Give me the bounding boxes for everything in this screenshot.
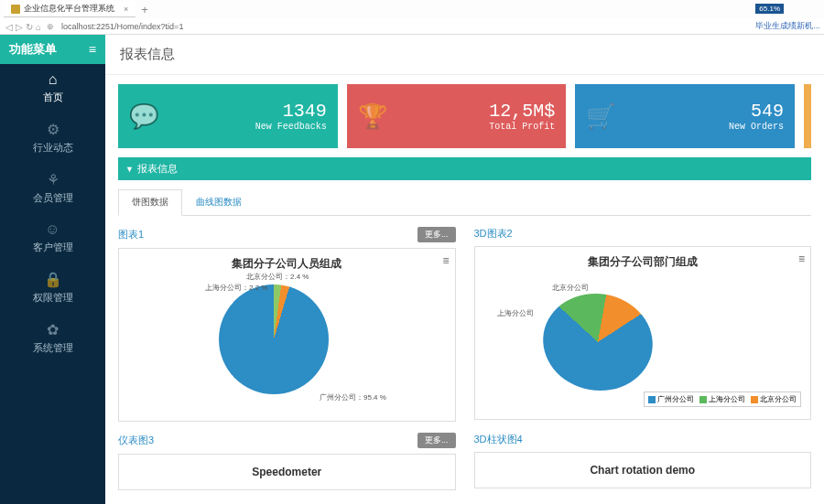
stat-label: New Feedbacks: [169, 122, 327, 132]
zoom-badge[interactable]: 65.1%: [755, 4, 784, 14]
pie-chart-2: 北京分公司 上海分公司 广州分公司 上海分公司 北京分公司: [479, 273, 808, 411]
pie-label: 上海分公司: [497, 308, 534, 318]
sidebar-header: 功能菜单 ≡: [0, 35, 105, 64]
chart-box-title: Speedometer: [252, 466, 321, 478]
stat-card-feedbacks[interactable]: 💬 1349 New Feedbacks: [118, 84, 338, 148]
chart-title-3: 仪表图3: [118, 434, 154, 447]
lock-icon: 🔒: [0, 271, 105, 288]
panel-header[interactable]: ▼ 报表信息: [118, 157, 811, 180]
sidebar-item-label: 客户管理: [33, 241, 73, 252]
chart-box-4: Chart rotation demo: [474, 452, 812, 488]
gear-icon: ✿: [0, 321, 105, 338]
pie-label: 广州分公司：95.4 %: [320, 392, 386, 403]
sidebar-item-label: 系统管理: [33, 342, 73, 353]
favicon-icon: [11, 5, 20, 14]
new-tab-button[interactable]: +: [141, 3, 148, 16]
home-button[interactable]: ⌂: [36, 22, 41, 32]
sidebar-item-system[interactable]: ✿ 系统管理: [0, 314, 105, 364]
chart-box-1: 集团分子公司人员组成 ≡ 北京分公司：2.4 % 上海分公司：2.2 % 广州分…: [118, 248, 456, 422]
browser-tab[interactable]: 企业信息化平台管理系统 ×: [4, 1, 136, 17]
sidebar-item-label: 权限管理: [33, 292, 73, 303]
chart-box-title: 集团分子公司部门组成: [479, 254, 808, 270]
tab-close-icon[interactable]: ×: [124, 5, 128, 14]
pie-label: 上海分公司：2.2 %: [205, 283, 267, 294]
chart-menu-icon[interactable]: ≡: [442, 254, 449, 267]
sidebar-item-label: 会员管理: [33, 192, 73, 203]
sidebar-item-member[interactable]: ⚘ 会员管理: [0, 164, 105, 214]
comments-icon: 💬: [129, 102, 158, 131]
page-title: 报表信息: [105, 35, 824, 75]
stat-value: 1349: [169, 101, 327, 122]
tab-pie[interactable]: 饼图数据: [118, 189, 182, 216]
main-content: 报表信息 💬 1349 New Feedbacks 🏆 12,5M$ Total…: [105, 35, 824, 504]
chart-box-title: Chart rotation demo: [590, 464, 695, 477]
tab-line[interactable]: 曲线图数据: [182, 189, 255, 215]
pie-label: 北京分公司: [552, 283, 589, 293]
address-bar[interactable]: localhost:2251/Home/index?tid=1: [61, 22, 819, 31]
chart-title-4: 3D柱状图4: [474, 433, 523, 446]
chart-title-1: 图表1: [118, 228, 144, 241]
user-icon: ☺: [0, 221, 105, 238]
reload-button[interactable]: ↻: [26, 22, 33, 32]
chart-box-3: Speedometer: [118, 454, 456, 490]
browser-chrome: 企业信息化平台管理系统 × + ◁ ▷ ↻ ⌂ ⊕ localhost:2251…: [0, 0, 824, 35]
tabs: 饼图数据 曲线图数据: [118, 189, 811, 216]
more-button[interactable]: 更多...: [417, 227, 456, 242]
sidebar: 功能菜单 ≡ ⌂ 首页 ⚙ 行业动态 ⚘ 会员管理 ☺ 客户管理 🔒 权限管理 …: [0, 35, 105, 504]
pie-label: 北京分公司：2.4 %: [246, 272, 309, 283]
chart-box-title: 集团分子公司人员组成: [123, 256, 451, 272]
sidebar-item-label: 首页: [43, 91, 63, 102]
stat-card-orders[interactable]: 🛒 549 New Orders: [575, 84, 795, 148]
chart-box-2: 集团分子公司部门组成 ≡ 北京分公司 上海分公司 广州分公司 上海分公司: [474, 246, 812, 420]
stats-row: 💬 1349 New Feedbacks 🏆 12,5M$ Total Prof…: [118, 84, 811, 148]
stat-card-profit[interactable]: 🏆 12,5M$ Total Profit: [347, 84, 567, 148]
users-icon: ⚘: [0, 171, 105, 188]
chevron-down-icon: ▼: [125, 165, 134, 174]
forward-button[interactable]: ▷: [16, 22, 23, 32]
back-button[interactable]: ◁: [5, 22, 13, 32]
chart-menu-icon[interactable]: ≡: [798, 252, 805, 265]
stat-value: 549: [626, 101, 784, 122]
sidebar-item-label: 行业动态: [33, 142, 73, 153]
sidebar-item-industry[interactable]: ⚙ 行业动态: [0, 113, 105, 164]
sidebar-title: 功能菜单: [9, 41, 57, 58]
chart-title-2: 3D图表2: [474, 227, 513, 241]
home-icon: ⌂: [0, 71, 105, 88]
tab-title: 企业信息化平台管理系统: [24, 3, 114, 15]
stat-label: New Orders: [626, 122, 784, 132]
chart-legend: 广州分公司 上海分公司 北京分公司: [644, 391, 801, 407]
addr-prefix-icon: ⊕: [47, 22, 54, 31]
sidebar-item-home[interactable]: ⌂ 首页: [0, 64, 105, 113]
panel-title: 报表信息: [137, 162, 178, 176]
cart-icon: 🛒: [586, 102, 615, 131]
sidebar-item-permission[interactable]: 🔒 权限管理: [0, 263, 105, 314]
globe-icon: ⚙: [0, 121, 105, 138]
stat-value: 12,5M$: [398, 101, 556, 122]
trophy-icon: 🏆: [358, 102, 387, 131]
menu-toggle-icon[interactable]: ≡: [89, 42, 96, 57]
sidebar-item-customer[interactable]: ☺ 客户管理: [0, 214, 105, 263]
stat-card-partial[interactable]: [804, 84, 811, 148]
stat-label: Total Profit: [398, 122, 556, 132]
bookmark-link[interactable]: 毕业生成绩新机...: [755, 20, 820, 32]
more-button[interactable]: 更多...: [417, 433, 456, 448]
pie-chart-1: 北京分公司：2.4 % 上海分公司：2.2 % 广州分公司：95.4 %: [123, 275, 451, 413]
